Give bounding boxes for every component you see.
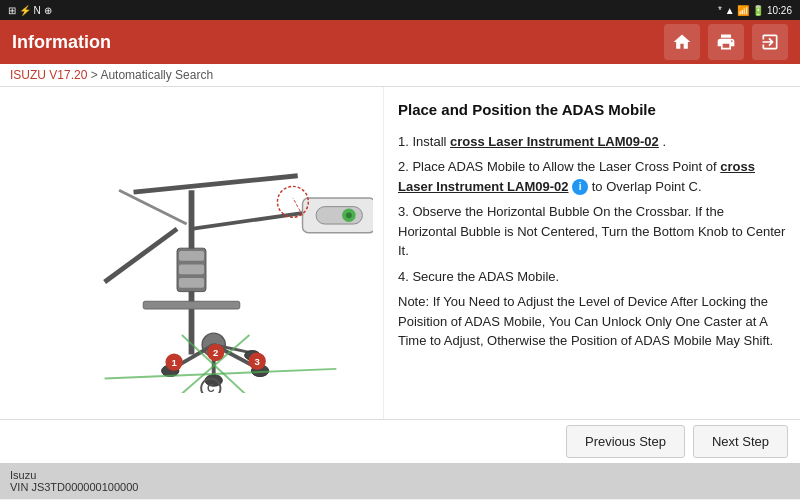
svg-text:3: 3 <box>254 356 260 367</box>
top-bar: Information <box>0 20 800 64</box>
svg-line-3 <box>119 190 187 224</box>
footer-vin: VIN JS3TD000000100000 <box>10 481 790 493</box>
svg-rect-13 <box>179 251 204 261</box>
next-step-button[interactable]: Next Step <box>693 425 788 458</box>
breadcrumb-isuzu[interactable]: ISUZU V17.20 <box>10 68 87 82</box>
step-1: 1. Install cross Laser Instrument LAM09-… <box>398 132 786 152</box>
diagram-panel: 1 2 3 C <box>0 87 384 419</box>
status-icons-right: * ▲ 📶 🔋 10:26 <box>718 5 792 16</box>
previous-step-button[interactable]: Previous Step <box>566 425 685 458</box>
step-4: 4. Secure the ADAS Mobile. <box>398 267 786 287</box>
breadcrumb-separator: > <box>91 68 101 82</box>
svg-point-9 <box>346 212 352 218</box>
adas-diagram: 1 2 3 C <box>10 113 373 393</box>
page-title: Information <box>12 32 111 53</box>
svg-line-1 <box>134 176 298 192</box>
note: Note: If You Need to Adjust the Level of… <box>398 292 786 351</box>
home-button[interactable] <box>664 24 700 60</box>
button-bar: Previous Step Next Step <box>0 419 800 463</box>
svg-line-2 <box>105 229 177 282</box>
svg-text:2: 2 <box>213 347 218 358</box>
status-right: * ▲ 📶 🔋 10:26 <box>718 5 792 16</box>
breadcrumb: ISUZU V17.20 > Automatically Search <box>0 64 800 87</box>
svg-rect-14 <box>179 265 204 275</box>
print-button[interactable] <box>708 24 744 60</box>
main-content: 1 2 3 C Place and Position the ADAS Mobi… <box>0 87 800 419</box>
status-left: ⊞ ⚡ N ⊕ <box>8 5 52 16</box>
step-1-after: . <box>662 134 666 149</box>
svg-text:1: 1 <box>171 357 177 368</box>
step-2-info-icon: i <box>572 179 588 194</box>
status-icons-left: ⊞ ⚡ N ⊕ <box>8 5 52 16</box>
instructions-heading: Place and Position the ADAS Mobile <box>398 99 786 122</box>
footer-make: Isuzu <box>10 469 790 481</box>
top-bar-icons <box>664 24 788 60</box>
svg-text:C: C <box>207 382 215 393</box>
step-2: 2. Place ADAS Mobile to Allow the Laser … <box>398 157 786 196</box>
export-button[interactable] <box>752 24 788 60</box>
step-3: 3. Observe the Horizontal Bubble On the … <box>398 202 786 261</box>
instructions-panel: Place and Position the ADAS Mobile 1. In… <box>384 87 800 419</box>
svg-rect-15 <box>179 278 204 288</box>
step-1-number: 1. Install <box>398 134 450 149</box>
breadcrumb-search: Automatically Search <box>100 68 213 82</box>
step-1-link[interactable]: cross Laser Instrument LAM09-02 <box>450 134 659 149</box>
step-2-number: 2. Place ADAS Mobile to Allow the Laser … <box>398 159 720 174</box>
footer: Isuzu VIN JS3TD000000100000 <box>0 463 800 499</box>
step-2-after: to Overlap Point C. <box>592 179 702 194</box>
svg-rect-16 <box>143 301 240 309</box>
status-bar: ⊞ ⚡ N ⊕ * ▲ 📶 🔋 10:26 <box>0 0 800 20</box>
